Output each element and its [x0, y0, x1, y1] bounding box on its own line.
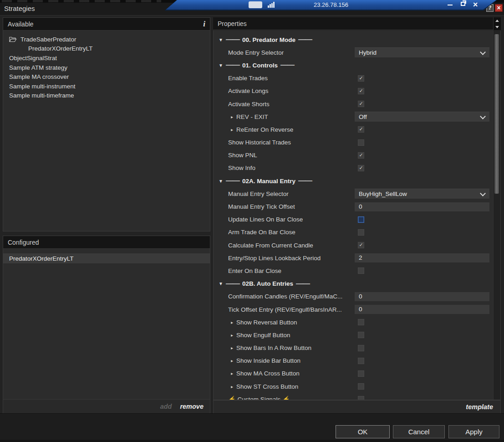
add-link[interactable]: add: [160, 403, 172, 410]
available-item[interactable]: Sample multi-instrument: [3, 82, 210, 91]
scrollbar-thumb[interactable]: [494, 34, 499, 194]
checkbox[interactable]: [358, 396, 364, 400]
scroll-down-button[interactable]: [494, 24, 501, 30]
properties-header-label: Properties: [218, 20, 247, 27]
available-item[interactable]: PredatorXOrderEntryLT: [3, 44, 210, 54]
property-row: Manual Entry SelectorBuyHigh_SellLow: [214, 187, 500, 200]
apply-button[interactable]: Apply: [448, 425, 499, 438]
group-dash: ——: [226, 61, 239, 69]
property-control: Off: [355, 112, 489, 122]
properties-scrollbar[interactable]: [493, 31, 500, 400]
property-label: ▸REV - EXIT: [231, 113, 268, 120]
checkbox[interactable]: ✓: [358, 242, 364, 248]
checkbox[interactable]: [358, 383, 364, 390]
available-item[interactable]: Sample MA crossover: [3, 72, 210, 82]
dialog-close-button[interactable]: ×: [495, 4, 503, 12]
property-row: ▼——02A. Manual Entry——: [214, 175, 500, 187]
collapse-arrow-icon[interactable]: ▼: [219, 63, 223, 68]
configured-item[interactable]: PredatorXOrderEntryLT: [3, 253, 210, 263]
property-label: ▸ReEnter On Reverse: [231, 126, 293, 133]
remote-session-bar[interactable]: 23.26.78.156 ✕: [165, 0, 497, 10]
checkbox[interactable]: ✓: [358, 101, 364, 107]
checkbox[interactable]: ✓: [358, 152, 364, 159]
property-label: Show Info: [228, 164, 255, 171]
property-label: ▸Show Bars In A Row Button: [231, 344, 311, 351]
property-control: 0: [355, 292, 489, 301]
property-control: ✓: [355, 88, 489, 94]
property-label: ▸Show MA Cross Button: [231, 370, 300, 377]
checkbox[interactable]: ✓: [358, 126, 364, 133]
available-item[interactable]: TradeSaberPredator: [3, 35, 210, 44]
property-label: Manual Entry Selector: [228, 190, 289, 197]
remove-link[interactable]: remove: [180, 403, 204, 410]
close-icon[interactable]: ✕: [473, 1, 478, 8]
property-label: Tick Offset Entry (REV/Engulf/BarsInAR..…: [228, 306, 342, 313]
cancel-button[interactable]: Cancel: [393, 425, 445, 438]
property-row: ▼——01. Controls——: [214, 59, 500, 72]
text-field[interactable]: 0: [355, 305, 489, 314]
window-bottom-edge: [0, 440, 504, 442]
checkbox[interactable]: [358, 216, 364, 223]
property-row: Tick Offset Entry (REV/Engulf/BarsInAR..…: [214, 303, 500, 316]
property-row: Mode Entry SelectorHybrid: [214, 46, 500, 59]
restore-icon[interactable]: [461, 2, 465, 6]
chevron-down-icon: [480, 190, 486, 196]
collapse-arrow-icon[interactable]: ▼: [219, 37, 223, 42]
sub-bullet-icon: ▸: [231, 114, 233, 119]
ok-button[interactable]: OK: [336, 425, 390, 438]
property-label-text: ReEnter On Reverse: [236, 126, 293, 133]
properties-rows: ▼——00. Predator Mode——Mode Entry Selecto…: [214, 33, 500, 400]
available-item[interactable]: Sample ATM strategy: [3, 63, 210, 72]
property-row: ▼——00. Predator Mode——: [214, 33, 500, 46]
property-label: Confirmation Candles (REV/Engulf/MaC...: [228, 293, 342, 300]
property-label-text: Activate Longs: [228, 87, 269, 94]
scroll-up-button[interactable]: [494, 17, 501, 24]
combo-box[interactable]: Off: [355, 112, 489, 122]
property-label: Activate Longs: [228, 87, 269, 94]
checkbox[interactable]: [358, 229, 364, 236]
properties-header: Properties: [213, 17, 501, 30]
text-field[interactable]: 0: [355, 292, 489, 301]
property-row: ▸Show Inside Bar Button: [214, 355, 500, 367]
property-label: Update Lines On Bar Close: [228, 216, 303, 223]
group-dash: ——: [298, 177, 312, 185]
text-field[interactable]: 2: [355, 253, 489, 262]
template-link[interactable]: template: [466, 403, 493, 411]
available-item[interactable]: Sample multi-timeframe: [3, 91, 210, 101]
checkbox[interactable]: [358, 139, 364, 146]
checkbox[interactable]: [358, 332, 364, 338]
property-label-text: Show ST Cross Button: [236, 383, 298, 390]
property-label-text: Show Reversal Button: [236, 319, 297, 326]
checkbox[interactable]: [358, 319, 364, 325]
combo-box[interactable]: BuyHigh_SellLow: [355, 189, 489, 199]
property-row: ▼——02B. Auto Entries——: [214, 278, 500, 290]
checkbox[interactable]: [358, 267, 364, 274]
available-panel: Available i TradeSaberPredatorPredatorXO…: [3, 17, 210, 231]
configured-header-label: Configured: [8, 239, 39, 246]
group-dash: ——: [226, 177, 239, 185]
property-control: BuyHigh_SellLow: [355, 189, 489, 199]
checkbox[interactable]: ✓: [358, 75, 364, 82]
available-header: Available i: [3, 18, 210, 31]
info-icon[interactable]: i: [203, 20, 205, 29]
checkbox[interactable]: [358, 345, 364, 351]
property-row: Activate Shorts✓: [214, 98, 500, 110]
collapse-arrow-icon[interactable]: ▼: [219, 179, 223, 184]
sub-bullet-icon: ▸: [231, 384, 233, 389]
chevron-down-icon: [480, 49, 486, 55]
property-label-text: Enable Trades: [228, 75, 268, 82]
list-actions: add remove: [3, 399, 210, 413]
property-control: 0: [355, 305, 489, 314]
combo-box[interactable]: Hybrid: [355, 47, 489, 57]
checkbox[interactable]: ✓: [358, 165, 364, 171]
text-field[interactable]: 0: [355, 202, 489, 211]
property-label-text: Entry/Stop Lines Lookback Period: [228, 255, 321, 262]
checkbox[interactable]: [358, 370, 364, 377]
checkbox[interactable]: [358, 358, 364, 364]
checkbox[interactable]: ✓: [358, 88, 364, 94]
collapse-arrow-icon[interactable]: ▼: [219, 281, 223, 286]
minimize-icon[interactable]: [448, 5, 453, 5]
available-item[interactable]: ObjectSignalStrat: [3, 53, 210, 63]
property-row: ▸Show Bars In A Row Button: [214, 342, 500, 355]
property-label-text: Manual Entry Selector: [228, 190, 289, 197]
